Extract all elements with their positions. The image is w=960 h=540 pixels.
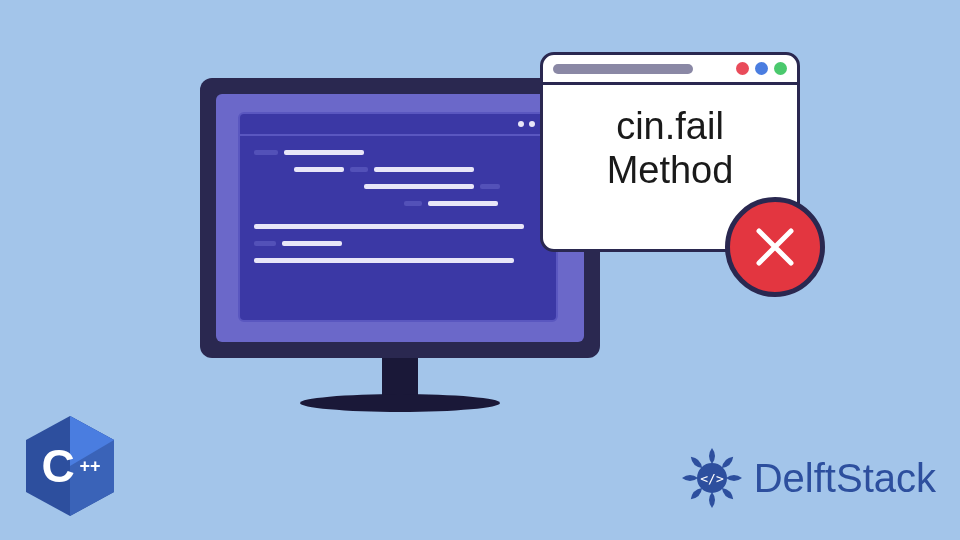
dialog-title-placeholder	[553, 64, 693, 74]
dialog-dots	[736, 62, 787, 75]
dialog-title-line1: cin.fail	[555, 105, 785, 149]
dialog-content: cin.fail Method	[543, 85, 797, 212]
monitor-screen	[216, 94, 584, 342]
delftstack-text: DelftStack	[754, 456, 936, 501]
window-dot-icon	[529, 121, 535, 127]
monitor-stand-base	[300, 394, 500, 412]
svg-text:++: ++	[79, 456, 100, 476]
monitor-stand-neck	[382, 358, 418, 398]
svg-text:C: C	[41, 440, 74, 492]
dialog-title-line2: Method	[555, 149, 785, 193]
dialog-window: cin.fail Method	[540, 52, 800, 252]
dialog-titlebar	[543, 55, 797, 85]
code-window	[238, 112, 558, 322]
cpp-logo: C ++	[24, 414, 116, 518]
delftstack-emblem-icon: </>	[678, 444, 746, 512]
window-dot-icon	[518, 121, 524, 127]
error-badge	[725, 197, 825, 297]
dot-green-icon	[774, 62, 787, 75]
svg-text:</>: </>	[700, 471, 724, 486]
code-titlebar	[240, 114, 556, 136]
close-x-icon	[753, 225, 797, 269]
dot-red-icon	[736, 62, 749, 75]
code-body	[240, 136, 556, 289]
dot-blue-icon	[755, 62, 768, 75]
delftstack-logo: </> DelftStack	[678, 444, 936, 512]
